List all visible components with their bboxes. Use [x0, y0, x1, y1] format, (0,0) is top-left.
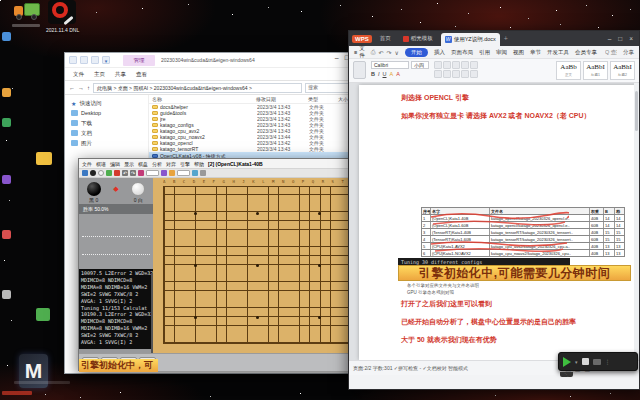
desktop-picture-icon[interactable] — [36, 152, 52, 165]
winrate-graph[interactable] — [79, 214, 153, 269]
column-name[interactable]: 名称 — [149, 96, 253, 102]
visits-input[interactable] — [177, 170, 190, 176]
up-icon[interactable]: ↑ — [87, 85, 90, 91]
ribbon-tab-view[interactable]: 查看 — [136, 71, 147, 78]
tab-docer[interactable]: 稻壳模板 — [399, 33, 437, 44]
forward-icon[interactable]: → — [78, 85, 84, 91]
font-name-select[interactable]: Calibri — [371, 61, 409, 69]
breadcrumb[interactable]: 此电脑 > 桌面 > 围棋AI > 20230304win&cuda&trt&e… — [93, 83, 302, 93]
menu-play[interactable]: 对弈 — [166, 161, 176, 167]
menu-analyze[interactable]: 分析 — [152, 161, 162, 167]
tab-section[interactable]: 章节 — [530, 49, 541, 56]
tab-dev-tools[interactable]: 开发工具 — [547, 49, 569, 56]
numbering-icon[interactable] — [443, 61, 451, 69]
tab-member[interactable]: 会员专享 — [575, 49, 597, 56]
document-area[interactable]: 则选择 OPENCL 引擎 如果你没有独立显卡 请选择 AVX2 或者 NOAV… — [349, 83, 639, 360]
justify-icon[interactable] — [461, 70, 469, 78]
move-number-input[interactable] — [146, 170, 159, 176]
menu-view[interactable]: 显示 — [124, 161, 134, 167]
undo-icon[interactable]: ↶ — [122, 170, 128, 176]
style-normal[interactable]: AaBb正文 — [556, 61, 581, 80]
coords-icon[interactable] — [200, 170, 206, 176]
play-dropdown-icon[interactable]: ▾ — [575, 359, 578, 365]
manage-tool-tab[interactable]: 管理 — [123, 55, 155, 66]
minimize-button[interactable]: – — [335, 54, 339, 61]
bold-button[interactable]: B — [371, 71, 375, 77]
sort-icon[interactable] — [470, 61, 478, 69]
italic-button[interactable]: I — [378, 71, 380, 77]
mark-icon[interactable] — [138, 170, 144, 176]
tab-insert[interactable]: 插入 — [434, 49, 445, 56]
desktop-shortcut-icon[interactable] — [2, 88, 11, 97]
explorer-titlebar[interactable]: ▾ 管理 20230304win&cuda&trt&eigen-windows6… — [65, 53, 361, 68]
driver-tool-icon[interactable] — [48, 0, 76, 24]
indent-icon[interactable] — [452, 61, 460, 69]
stop-analysis-icon[interactable] — [114, 170, 120, 176]
new-folder-icon[interactable] — [91, 56, 99, 64]
variation-icon[interactable] — [161, 170, 167, 176]
ribbon-tab-share[interactable]: 共享 — [115, 71, 126, 78]
sidebar-item-documents[interactable]: 文档 — [65, 128, 148, 138]
column-date[interactable]: 修改日期 — [253, 96, 305, 102]
tab-document[interactable]: W使用YZ说明.docx — [441, 33, 500, 46]
share-button[interactable]: 分享 — [623, 49, 634, 56]
maximize-button[interactable]: □ — [618, 35, 622, 42]
font-size-select[interactable]: 小四 — [411, 61, 429, 69]
desktop-shortcut-icon[interactable] — [2, 290, 11, 299]
menu-file[interactable]: 文件 — [82, 161, 92, 167]
align-center-icon[interactable] — [443, 70, 451, 78]
undo-icon[interactable]: ↶ — [379, 49, 384, 56]
sidebar-item-desktop[interactable]: Desktop — [65, 108, 148, 118]
align-left-icon[interactable] — [434, 70, 442, 78]
ribbon-tab-file[interactable]: 文件 — [73, 71, 84, 78]
recorder-handle[interactable]: ⋱ — [560, 372, 573, 377]
desktop-green-icon[interactable] — [36, 308, 50, 321]
document-page[interactable]: 则选择 OPENCL 引擎 如果你没有独立显卡 请选择 AVX2 或者 NOAV… — [359, 85, 637, 360]
line-spacing-icon[interactable] — [470, 70, 478, 78]
sidebar-item-quick-access[interactable]: ★ 快速访问 — [65, 98, 148, 108]
truck-app-icon[interactable] — [14, 0, 40, 20]
black-stone-icon[interactable] — [90, 170, 96, 176]
underline-button[interactable]: U — [383, 71, 387, 77]
back-icon[interactable]: ← — [69, 85, 75, 91]
search-command[interactable]: Q 查找命令、搜索模板 — [605, 49, 617, 56]
menu-engine[interactable]: 引擎 — [180, 161, 190, 167]
goban[interactable]: A B C D E F G H J K L M N O P Q R S T 19… — [153, 178, 359, 353]
desktop-shortcut-icon[interactable] — [2, 230, 11, 239]
tab-references[interactable]: 引用 — [479, 49, 490, 56]
redo-icon[interactable]: ↷ — [130, 170, 136, 176]
more-options-icon[interactable]: ⋮ — [605, 358, 611, 365]
column-type[interactable]: 类型 — [305, 96, 335, 102]
desktop-shortcut-icon[interactable] — [2, 118, 11, 127]
menu-record[interactable]: 棋谱 — [96, 161, 106, 167]
play-move-icon[interactable] — [106, 170, 112, 176]
tab-review[interactable]: 审阅 — [496, 49, 507, 56]
style-heading1[interactable]: AaBbI标题1 — [583, 61, 608, 80]
new-tab-button[interactable]: + — [504, 35, 508, 42]
stop-button[interactable] — [582, 358, 589, 365]
settings-icon[interactable] — [192, 170, 198, 176]
customize-caret-icon[interactable]: ▾ — [102, 56, 110, 64]
outdent-icon[interactable] — [461, 61, 469, 69]
doc-scrollbar[interactable] — [634, 83, 639, 360]
play-button[interactable] — [563, 357, 571, 367]
quick-access-toolbar[interactable]: ▾ — [69, 56, 110, 64]
screenshot-icon[interactable] — [593, 359, 601, 365]
properties-icon[interactable] — [80, 56, 88, 64]
paste-button[interactable] — [353, 61, 366, 79]
tab-home[interactable]: 首页 — [376, 33, 395, 44]
font-color-button[interactable]: A — [396, 71, 400, 77]
highlight-button[interactable]: A — [390, 71, 394, 77]
bullets-icon[interactable] — [434, 61, 442, 69]
style-heading2[interactable]: AaBhI标题2 — [610, 61, 635, 80]
file-row[interactable]: katago_tensorRT2023/3/4 13:43文件夹 — [149, 146, 361, 152]
tab-view[interactable]: 视图 — [513, 49, 524, 56]
minimize-button[interactable]: – — [608, 35, 612, 42]
territory-icon[interactable] — [169, 170, 175, 176]
desktop-shortcut-icon[interactable] — [2, 175, 11, 184]
align-right-icon[interactable] — [452, 70, 460, 78]
tab-page-layout[interactable]: 页面布局 — [451, 49, 473, 56]
white-stone-icon[interactable] — [98, 170, 104, 176]
menu-help[interactable]: 帮助 — [194, 161, 204, 167]
board-icon[interactable] — [82, 170, 88, 176]
